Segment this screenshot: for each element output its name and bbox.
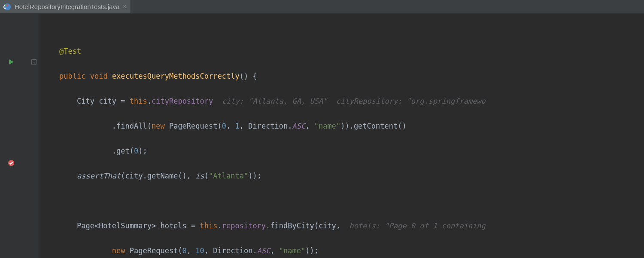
method-name: executesQueryMethodsCorrectly: [112, 72, 240, 80]
gutter[interactable]: − −: [0, 14, 39, 258]
fold-start-icon[interactable]: −: [31, 59, 36, 64]
java-file-icon: [3, 3, 11, 11]
breakpoint-icon[interactable]: [7, 159, 15, 167]
inline-hint: city: "Atlanta, GA, USA" cityRepository:…: [213, 97, 486, 105]
run-icon[interactable]: [7, 58, 15, 66]
editor-tab[interactable]: HotelRepositoryIntegrationTests.java ×: [0, 0, 131, 13]
inline-hint: hotels: "Page 0 of 1 containing: [340, 221, 486, 230]
svg-marker-1: [9, 59, 14, 64]
editor: − − @Test public void executesQueryMetho…: [0, 14, 644, 258]
annotation: @Test: [59, 47, 81, 55]
tab-bar: HotelRepositoryIntegrationTests.java ×: [0, 0, 644, 14]
close-icon[interactable]: ×: [123, 0, 126, 13]
code-area[interactable]: @Test public void executesQueryMethodsCo…: [39, 14, 644, 258]
tab-filename: HotelRepositoryIntegrationTests.java: [15, 0, 119, 13]
